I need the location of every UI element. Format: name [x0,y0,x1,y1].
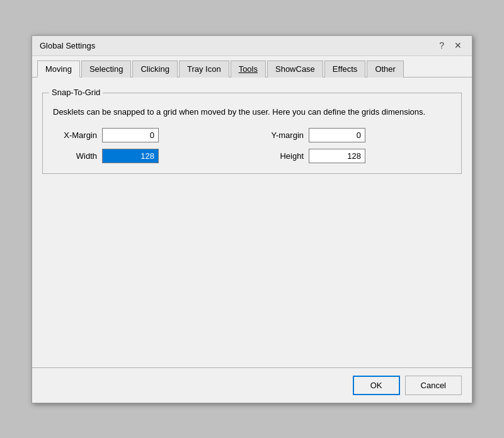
close-button[interactable]: ✕ [452,41,464,50]
width-input[interactable] [102,149,159,163]
y-margin-input[interactable] [309,128,365,142]
footer: OK Cancel [32,367,472,403]
height-input[interactable] [309,149,365,163]
title-bar: Global Settings ? ✕ [32,36,472,56]
height-label: Height [260,151,304,161]
global-settings-window: Global Settings ? ✕ Moving Selecting Cli… [32,35,472,403]
group-description: Desklets can be snapped to a grid when m… [53,106,451,118]
snap-to-grid-group: Snap-To-Grid Desklets can be snapped to … [42,93,462,175]
tab-showcase[interactable]: ShowCase [267,61,323,78]
height-row: Height [260,149,451,163]
width-label: Width [53,151,97,161]
fields-grid: X-Margin Y-margin Width Height [53,128,451,163]
tab-tray-icon[interactable]: Tray Icon [179,61,229,78]
group-box-title: Snap-To-Grid [49,88,103,97]
cancel-button[interactable]: Cancel [405,376,462,395]
ok-button[interactable]: OK [353,376,400,395]
window-title: Global Settings [40,41,95,50]
tab-selecting[interactable]: Selecting [81,61,131,78]
x-margin-row: X-Margin [53,128,244,142]
y-margin-row: Y-margin [260,128,451,142]
tab-moving[interactable]: Moving [37,61,80,78]
tab-clicking[interactable]: Clicking [132,61,178,78]
tab-effects[interactable]: Effects [324,61,366,78]
tab-tools[interactable]: Tools [231,61,266,78]
y-margin-label: Y-margin [260,130,304,140]
x-margin-label: X-Margin [53,130,97,140]
x-margin-input[interactable] [102,128,159,142]
content-area: Snap-To-Grid Desklets can be snapped to … [32,78,472,367]
title-bar-controls: ? ✕ [437,41,464,50]
tab-other[interactable]: Other [367,61,404,78]
width-row: Width [53,149,244,163]
tab-bar: Moving Selecting Clicking Tray Icon Tool… [32,56,472,78]
help-button[interactable]: ? [437,41,447,50]
